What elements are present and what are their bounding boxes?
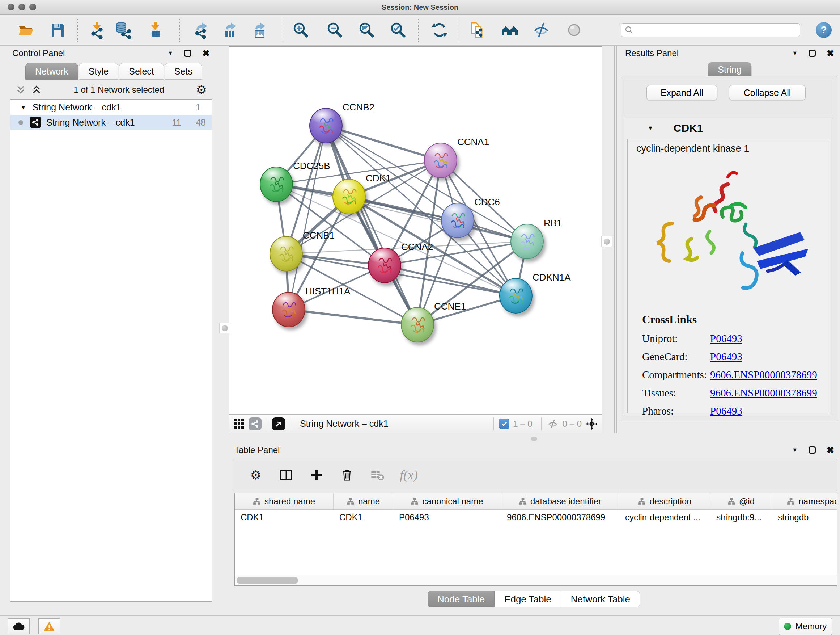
column-header-name[interactable]: name bbox=[333, 494, 393, 509]
scrollbar-thumb[interactable] bbox=[237, 577, 298, 584]
network-node-ccnb2[interactable] bbox=[309, 108, 343, 143]
crosslink-link[interactable]: P06493 bbox=[710, 351, 742, 363]
refresh-button[interactable] bbox=[429, 20, 450, 40]
panel-menu-icon[interactable]: ▼ bbox=[792, 447, 798, 453]
panel-menu-icon[interactable]: ▼ bbox=[167, 50, 173, 57]
panel-menu-icon[interactable]: ▼ bbox=[792, 50, 798, 57]
network-edge[interactable] bbox=[289, 310, 417, 325]
splitter-handle[interactable] bbox=[601, 236, 612, 247]
network-node-ccnb1[interactable] bbox=[270, 236, 303, 272]
import-network-file-button[interactable] bbox=[87, 20, 107, 40]
delete-column-trash-icon[interactable] bbox=[339, 467, 355, 483]
tab-style[interactable]: Style bbox=[79, 63, 118, 80]
horizontal-scrollbar[interactable] bbox=[235, 575, 837, 585]
column-header-id[interactable]: @id bbox=[711, 494, 772, 509]
horizontal-splitter-dot[interactable] bbox=[531, 437, 537, 441]
float-panel-icon[interactable] bbox=[184, 50, 191, 57]
save-session-button[interactable] bbox=[47, 20, 68, 40]
tab-network-table[interactable]: Network Table bbox=[561, 591, 640, 608]
gear-icon[interactable]: ⚙ bbox=[196, 84, 207, 96]
create-column-icon[interactable] bbox=[309, 467, 325, 483]
first-neighbors-button[interactable] bbox=[500, 20, 520, 40]
column-header-sharedname[interactable]: shared name bbox=[235, 494, 333, 509]
table-settings-gear-icon[interactable]: ⚙ bbox=[248, 467, 264, 483]
show-columns-icon[interactable] bbox=[278, 467, 294, 483]
network-node-cdc25b[interactable] bbox=[260, 166, 293, 202]
zoom-in-button[interactable] bbox=[291, 20, 311, 40]
crosslink-link[interactable]: 9606.ENSP00000378699 bbox=[710, 369, 817, 381]
warning-button[interactable] bbox=[38, 618, 60, 634]
crosslink-link[interactable]: 9606.ENSP00000378699 bbox=[710, 387, 817, 399]
zoom-fit-button[interactable] bbox=[356, 20, 377, 40]
gene-section-header[interactable]: ▼ CDK1 bbox=[625, 118, 831, 138]
column-header-databaseidentifier[interactable]: database identifier bbox=[501, 494, 619, 509]
selected-nodes-checkbox[interactable] bbox=[499, 418, 509, 429]
zoom-selected-button[interactable] bbox=[388, 20, 408, 40]
network-node-hist1h1a[interactable] bbox=[272, 292, 305, 327]
float-panel-icon[interactable] bbox=[808, 447, 816, 454]
help-button[interactable]: ? bbox=[816, 22, 832, 38]
vertical-divider[interactable] bbox=[614, 46, 615, 433]
function-builder-icon[interactable]: f(x) bbox=[400, 467, 418, 483]
expand-all-icon[interactable] bbox=[31, 85, 42, 95]
memory-button[interactable]: Memory bbox=[778, 618, 832, 635]
crosslink-link[interactable]: P06493 bbox=[710, 405, 742, 417]
network-node-rb1[interactable] bbox=[510, 224, 544, 259]
share-view-button[interactable] bbox=[248, 417, 262, 431]
protein-ribbon-thumb bbox=[270, 237, 302, 271]
birdseye-toggle-button[interactable] bbox=[233, 417, 246, 431]
collapse-all-button[interactable]: Collapse All bbox=[729, 85, 806, 100]
collection-expander-icon[interactable]: ▼ bbox=[21, 104, 26, 111]
tab-sets[interactable]: Sets bbox=[164, 63, 202, 80]
export-network-button[interactable] bbox=[191, 20, 212, 40]
float-panel-icon[interactable] bbox=[808, 50, 816, 57]
gene-expander-icon[interactable]: ▼ bbox=[647, 125, 653, 131]
network-row-label: String Network – cdk1 bbox=[46, 117, 135, 128]
open-session-button[interactable] bbox=[16, 20, 36, 40]
zoom-out-button[interactable] bbox=[325, 20, 345, 40]
column-header-description[interactable]: description bbox=[619, 494, 711, 509]
cloud-button[interactable] bbox=[8, 618, 30, 634]
zoom-out-icon bbox=[326, 21, 343, 39]
string-results-box: Expand All Collapse All ▼ CDK1 cyclin-de… bbox=[621, 76, 837, 421]
crosslink-link[interactable]: P06493 bbox=[710, 333, 742, 345]
import-network-database-button[interactable] bbox=[113, 20, 133, 40]
delete-table-icon[interactable] bbox=[369, 467, 385, 483]
close-panel-icon[interactable]: ✖ bbox=[827, 50, 834, 57]
tab-node-table[interactable]: Node Table bbox=[428, 591, 494, 608]
network-node-cdc6[interactable] bbox=[441, 203, 474, 238]
table-row[interactable]: CDK1CDK1P064939606.ENSP00000378699cyclin… bbox=[235, 510, 837, 525]
center-view-button[interactable] bbox=[585, 417, 598, 431]
network-row[interactable]: String Network – cdk1 11 48 bbox=[11, 115, 212, 130]
import-table-button[interactable] bbox=[145, 20, 165, 40]
close-panel-icon[interactable]: ✖ bbox=[202, 50, 210, 57]
tab-network[interactable]: Network bbox=[25, 63, 78, 80]
tab-string[interactable]: String bbox=[707, 62, 752, 77]
export-image-button[interactable] bbox=[249, 20, 270, 40]
expand-all-button[interactable]: Expand All bbox=[646, 85, 717, 100]
network-collection-row[interactable]: ▼ String Network – cdk1 1 bbox=[11, 100, 212, 115]
search-input[interactable] bbox=[636, 25, 796, 35]
export-view-button[interactable] bbox=[272, 417, 285, 431]
network-node-cdk1[interactable] bbox=[332, 179, 366, 214]
tab-select[interactable]: Select bbox=[119, 63, 164, 80]
collapse-all-icon[interactable] bbox=[15, 85, 26, 95]
protein-ribbon-thumb bbox=[261, 167, 292, 201]
network-edge[interactable] bbox=[326, 126, 441, 160]
crosslink-row: GeneCard:P06493 bbox=[642, 351, 817, 363]
network-node-cdkn1a[interactable] bbox=[499, 278, 532, 314]
network-canvas[interactable]: CCNB2CCNA1CDC25BCDK1CDC6RB1CCNB1CCNA2CDK… bbox=[229, 47, 602, 415]
column-header-canonicalname[interactable]: canonical name bbox=[393, 494, 501, 509]
network-node-ccna1[interactable] bbox=[424, 143, 457, 178]
show-all-button[interactable] bbox=[564, 20, 584, 40]
network-node-ccne1[interactable] bbox=[401, 307, 434, 342]
copy-network-button[interactable] bbox=[467, 20, 488, 40]
hide-selected-button[interactable] bbox=[531, 20, 551, 40]
close-panel-icon[interactable]: ✖ bbox=[827, 447, 834, 454]
column-header-namespace[interactable]: namespace bbox=[772, 494, 837, 509]
export-table-button[interactable] bbox=[220, 20, 240, 40]
network-node-ccna2[interactable] bbox=[368, 248, 401, 283]
splitter-handle[interactable] bbox=[219, 323, 230, 333]
control-panel-header: Control Panel ▼ ✖ bbox=[6, 46, 216, 60]
tab-edge-table[interactable]: Edge Table bbox=[494, 591, 561, 608]
